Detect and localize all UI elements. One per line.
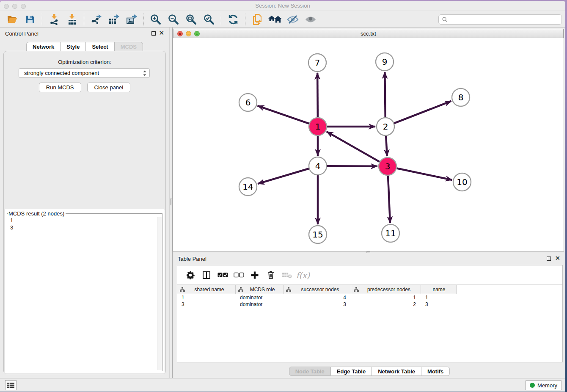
deselect-all-icon[interactable] bbox=[231, 269, 247, 282]
toolbar-separator bbox=[84, 14, 84, 25]
memory-button[interactable]: Memory bbox=[525, 380, 562, 390]
add-column-icon[interactable] bbox=[247, 269, 263, 282]
table-cell[interactable]: 1 bbox=[351, 294, 421, 301]
column-header-mcds-role[interactable]: MCDS role bbox=[236, 285, 284, 294]
optimization-criterion-dropdown[interactable]: strongly connected component bbox=[19, 68, 150, 78]
table-cell[interactable]: dominator bbox=[236, 294, 284, 301]
graph-node-2[interactable]: 2 bbox=[377, 118, 394, 135]
tab-motifs[interactable]: Motifs bbox=[421, 367, 450, 376]
table-cell[interactable]: 1 bbox=[177, 294, 236, 301]
control-panel-tabs: NetworkStyleSelectMCDS bbox=[0, 42, 169, 51]
delete-table-icon[interactable] bbox=[279, 269, 295, 282]
network-canvas[interactable]: 7968124314101511 bbox=[173, 38, 564, 251]
table-row[interactable]: 3dominator323 bbox=[177, 301, 562, 308]
table-cell[interactable]: 2 bbox=[351, 301, 421, 308]
table-panel-header: Table Panel ✕ bbox=[173, 253, 565, 264]
fx-label: f(x) bbox=[296, 271, 310, 280]
column-header-shared-name[interactable]: shared name bbox=[177, 285, 236, 294]
graph-node-10[interactable]: 10 bbox=[453, 173, 471, 191]
show-graphics-eye-icon[interactable] bbox=[303, 13, 318, 26]
zoom-in-icon[interactable] bbox=[148, 13, 163, 26]
zoom-fit-icon[interactable] bbox=[184, 13, 199, 26]
split-view-icon[interactable] bbox=[198, 269, 215, 282]
mcds-result-text[interactable]: 1 3 bbox=[7, 217, 162, 231]
tab-mcds[interactable]: MCDS bbox=[115, 42, 143, 51]
import-table-icon[interactable] bbox=[64, 13, 80, 26]
export-network-icon[interactable] bbox=[88, 13, 104, 26]
export-image-icon[interactable] bbox=[124, 13, 139, 26]
hide-graphics-eye-icon[interactable] bbox=[285, 13, 300, 26]
network-view-window: ✕ – + scc.txt 7968124314101511 bbox=[173, 29, 564, 251]
mcds-result-title: MCDS result (2 nodes) bbox=[8, 210, 66, 217]
refresh-icon[interactable] bbox=[226, 13, 241, 26]
zoom-selected-icon[interactable] bbox=[201, 13, 217, 26]
table-cell[interactable]: 4 bbox=[284, 294, 351, 301]
float-panel-icon[interactable] bbox=[547, 257, 551, 261]
graph-edge-1-7[interactable] bbox=[317, 73, 318, 117]
function-builder-icon[interactable]: f(x) bbox=[295, 269, 311, 282]
graph-node-1[interactable]: 1 bbox=[309, 118, 327, 135]
graph-edge-2-3[interactable] bbox=[386, 136, 387, 156]
graph-node-3[interactable]: 3 bbox=[379, 157, 396, 175]
tab-network[interactable]: Network bbox=[26, 42, 61, 51]
table-cell[interactable]: dominator bbox=[236, 301, 284, 308]
table-cell[interactable]: 3 bbox=[421, 301, 457, 308]
delete-column-icon[interactable] bbox=[263, 269, 279, 282]
search-input[interactable] bbox=[438, 14, 562, 25]
network-window-title: scc.txt bbox=[173, 30, 563, 37]
graph-edge-3-1[interactable] bbox=[327, 132, 380, 162]
tab-network-table[interactable]: Network Table bbox=[372, 367, 421, 376]
svg-text:1: 1 bbox=[315, 121, 321, 132]
graph-node-8[interactable]: 8 bbox=[452, 88, 470, 106]
column-header-name[interactable]: name bbox=[421, 285, 457, 294]
graph-edge-3-11[interactable] bbox=[388, 176, 390, 223]
column-label: name bbox=[424, 287, 454, 293]
export-table-icon[interactable] bbox=[106, 13, 121, 26]
column-header-predecessor-nodes[interactable]: predecessor nodes bbox=[351, 285, 421, 294]
column-type-icon bbox=[180, 287, 185, 292]
graph-node-9[interactable]: 9 bbox=[376, 53, 394, 71]
graph-edge-2-9[interactable] bbox=[385, 72, 385, 117]
column-header-successor-nodes[interactable]: successor nodes bbox=[284, 285, 351, 294]
table-settings-icon[interactable] bbox=[182, 269, 198, 282]
graph-node-11[interactable]: 11 bbox=[382, 224, 399, 242]
table-cell[interactable]: 1 bbox=[421, 294, 457, 301]
graph-node-4[interactable]: 4 bbox=[309, 157, 327, 175]
mcds-buttons-row: Run MCDS Close panel bbox=[0, 83, 169, 92]
task-history-button[interactable] bbox=[5, 380, 17, 390]
graph-edge-4-3[interactable] bbox=[327, 166, 377, 166]
run-mcds-button[interactable]: Run MCDS bbox=[39, 83, 81, 92]
close-panel-icon[interactable]: ✕ bbox=[555, 256, 560, 260]
tab-select[interactable]: Select bbox=[86, 42, 114, 51]
zoom-out-icon[interactable] bbox=[166, 13, 181, 26]
close-panel-icon[interactable]: ✕ bbox=[159, 31, 164, 35]
graph-edge-4-14[interactable] bbox=[258, 168, 309, 184]
close-panel-button[interactable]: Close panel bbox=[87, 83, 131, 92]
graph-node-7[interactable]: 7 bbox=[308, 54, 326, 72]
graph-edge-1-6[interactable] bbox=[258, 106, 309, 124]
graph-edge-2-8[interactable] bbox=[394, 101, 451, 123]
graph-edge-3-10[interactable] bbox=[397, 168, 452, 180]
table-row[interactable]: 1dominator411 bbox=[177, 294, 562, 301]
table-panel: Table Panel ✕ bbox=[173, 253, 565, 378]
open-file-icon[interactable] bbox=[5, 13, 20, 26]
import-network-icon[interactable] bbox=[47, 13, 62, 26]
save-session-icon[interactable] bbox=[22, 13, 38, 26]
table-cell[interactable]: 3 bbox=[284, 301, 351, 308]
tab-edge-table[interactable]: Edge Table bbox=[331, 367, 372, 376]
tab-node-table[interactable]: Node Table bbox=[289, 367, 331, 376]
tab-style[interactable]: Style bbox=[61, 42, 86, 51]
graph-node-14[interactable]: 14 bbox=[239, 178, 257, 196]
splitter-handle[interactable] bbox=[170, 199, 172, 205]
home-icon[interactable] bbox=[267, 13, 283, 26]
graph-node-15[interactable]: 15 bbox=[309, 226, 327, 243]
table-header-row: shared name MCDS role successor nodes pr… bbox=[177, 284, 562, 294]
copy-style-icon[interactable] bbox=[250, 13, 265, 26]
graph-node-6[interactable]: 6 bbox=[239, 94, 257, 111]
table-cell[interactable]: 3 bbox=[177, 301, 236, 308]
float-panel-icon[interactable] bbox=[151, 31, 156, 36]
control-panel-title: Control Panel bbox=[5, 30, 39, 37]
vertical-splitter[interactable] bbox=[169, 28, 173, 378]
select-all-icon[interactable] bbox=[215, 269, 231, 282]
result-scrollbar[interactable] bbox=[157, 217, 162, 370]
